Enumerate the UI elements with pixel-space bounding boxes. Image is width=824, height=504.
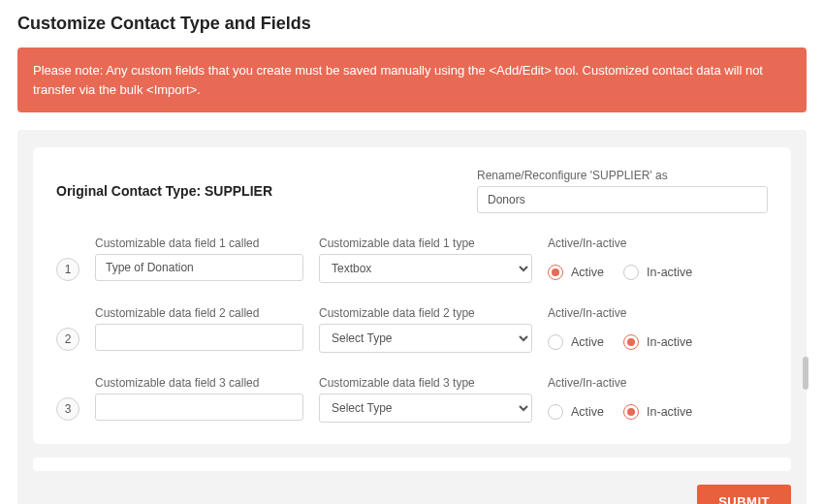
field-name-label: Customizable data field 1 called [95,236,303,250]
radio-inactive-2[interactable]: In-active [623,334,692,350]
radio-label: Active [571,266,604,279]
radio-icon [623,404,639,420]
field-type-select-3[interactable]: Select Type [319,394,532,423]
radio-active-2[interactable]: Active [548,334,604,350]
radio-icon [623,265,639,280]
rename-label: Rename/Reconfigure 'SUPPLIER' as [477,169,768,182]
field-type-label: Customizable data field 3 type [319,376,532,390]
orig-value: SUPPLIER [205,183,272,199]
status-label: Active/In-active [548,376,768,390]
rename-input[interactable] [477,186,768,213]
warning-alert: Please note: Any custom fields that you … [17,47,807,112]
step-number: 1 [56,258,79,281]
radio-icon [548,265,563,280]
field-type-label: Customizable data field 2 type [319,306,532,320]
field-type-select-2[interactable]: Select Type [319,324,532,353]
step-number: 3 [56,397,79,421]
field-name-label: Customizable data field 2 called [95,306,303,320]
field-row-1: 1 Customizable data field 1 called Custo… [56,236,768,287]
field-name-label: Customizable data field 3 called [95,376,303,390]
field-type-select-1[interactable]: Textbox [319,254,532,283]
radio-active-3[interactable]: Active [548,404,604,420]
submit-button[interactable]: SUBMIT [697,485,791,504]
field-row-3: 3 Customizable data field 3 called Custo… [56,376,768,426]
field-type-label: Customizable data field 1 type [319,236,532,250]
radio-label: Active [571,405,604,419]
radio-label: In-active [647,266,692,279]
next-card-peek [33,457,791,471]
radio-label: In-active [647,335,692,349]
field-name-input-2[interactable] [95,324,303,351]
status-label: Active/In-active [548,236,768,250]
field-name-input-3[interactable] [95,394,303,421]
radio-icon [548,404,563,420]
contact-type-card: Original Contact Type: SUPPLIER Rename/R… [33,147,791,444]
scrollbar-thumb-icon[interactable] [803,357,808,390]
radio-inactive-1[interactable]: In-active [623,265,692,280]
radio-inactive-3[interactable]: In-active [623,404,692,420]
orig-prefix: Original Contact Type: [56,183,205,199]
original-contact-type-label: Original Contact Type: SUPPLIER [56,183,477,199]
form-panel: Original Contact Type: SUPPLIER Rename/R… [17,130,807,504]
status-label: Active/In-active [548,306,768,320]
radio-label: Active [571,335,604,349]
page-title: Customize Contact Type and Fields [17,14,807,34]
radio-icon [623,334,639,350]
radio-icon [548,334,563,350]
radio-active-1[interactable]: Active [548,265,604,280]
step-number: 2 [56,328,79,351]
radio-label: In-active [647,405,692,419]
field-name-input-1[interactable] [95,254,303,281]
field-row-2: 2 Customizable data field 2 called Custo… [56,306,768,357]
